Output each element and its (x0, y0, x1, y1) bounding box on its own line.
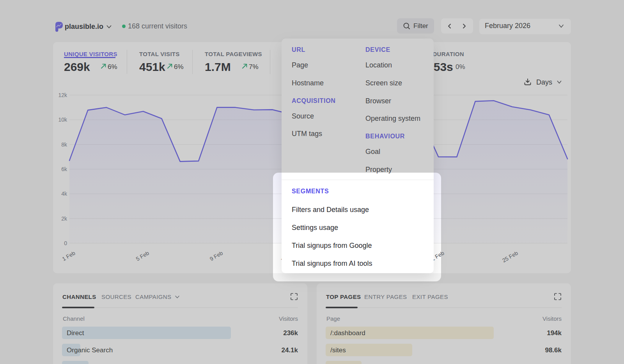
svg-text:5 Feb: 5 Feb (135, 250, 150, 262)
svg-text:25 Feb: 25 Feb (501, 250, 519, 264)
svg-text:1 Feb: 1 Feb (61, 250, 76, 262)
svg-text:10k: 10k (58, 117, 67, 123)
svg-text:12k: 12k (58, 92, 67, 98)
svg-text:0: 0 (64, 240, 67, 246)
svg-text:4k: 4k (61, 191, 67, 197)
svg-text:8k: 8k (61, 141, 67, 148)
svg-text:6k: 6k (61, 166, 67, 172)
svg-text:9 Feb: 9 Feb (209, 250, 224, 262)
svg-text:2k: 2k (61, 216, 67, 222)
